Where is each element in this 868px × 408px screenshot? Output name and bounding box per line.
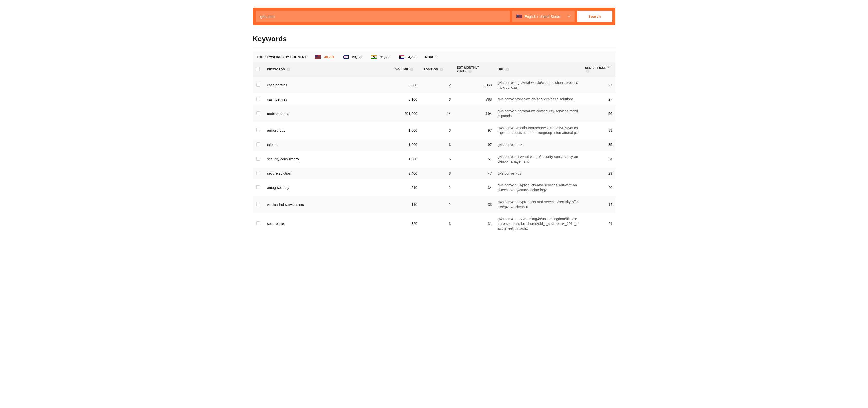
row-checkbox[interactable] (256, 142, 260, 146)
table-row: secure trax320331g4s.com/en-us/-/media/g… (253, 213, 615, 235)
language-label: English / United States (524, 14, 561, 19)
help-icon[interactable]: ? (287, 68, 290, 71)
cell-position: 3 (421, 213, 454, 235)
cell-difficulty: 27 (582, 93, 615, 105)
chevron-down-icon (568, 15, 570, 18)
cell-url: g4s.com/en-gb/what-we-do/cash-solutions/… (495, 76, 582, 93)
col-url[interactable]: URL ? (495, 62, 582, 76)
cell-url: g4s.com/en-us/-/media/g4s/unitedkingdom/… (495, 213, 582, 235)
cell-url: g4s.com/en/what-we-do/services/cash-solu… (495, 93, 582, 105)
country-tab-us[interactable]: 48,701 (315, 55, 334, 59)
table-row: armorgroup1,000397g4s.com/en/media-centr… (253, 122, 615, 139)
table-row: infomz1,000397g4s.com/en-mz35 (253, 139, 615, 151)
domain-input[interactable] (256, 11, 510, 22)
country-tab-za[interactable]: 4,783 (399, 55, 416, 59)
country-count: 48,701 (324, 55, 334, 59)
col-volume-label: VOLUME (395, 68, 408, 71)
cell-position: 2 (421, 76, 454, 93)
cell-keyword: wackenhut services inc (264, 196, 392, 213)
cell-position: 3 (421, 139, 454, 151)
cell-difficulty: 21 (582, 213, 615, 235)
flag-gb-icon (343, 55, 349, 59)
country-tab-in[interactable]: 11,665 (371, 55, 391, 59)
cell-difficulty: 56 (582, 105, 615, 122)
cell-difficulty: 14 (582, 196, 615, 213)
table-row: cash centres6,60021,069g4s.com/en-gb/wha… (253, 76, 615, 93)
col-visits[interactable]: EST. MONTHLY VISITS ? (454, 62, 495, 76)
table-row: amag security210234g4s.com/en-us/product… (253, 179, 615, 196)
cell-keyword: security consultancy (264, 151, 392, 168)
select-all-checkbox[interactable] (256, 67, 260, 71)
row-checkbox[interactable] (256, 111, 260, 115)
col-position-label: POSITION (424, 68, 438, 71)
row-checkbox[interactable] (256, 97, 260, 101)
help-icon[interactable]: ? (586, 69, 589, 73)
help-icon[interactable]: ? (440, 68, 443, 71)
cell-difficulty: 35 (582, 139, 615, 151)
cell-difficulty: 34 (582, 151, 615, 168)
cell-keyword: armorgroup (264, 122, 392, 139)
row-checkbox[interactable] (256, 202, 260, 206)
country-tab-gb[interactable]: 23,122 (343, 55, 362, 59)
more-countries-button[interactable]: MORE (425, 55, 438, 59)
flag-in-icon (371, 55, 377, 59)
row-checkbox[interactable] (256, 157, 260, 161)
search-bar: English / United States Search (253, 8, 615, 25)
col-volume[interactable]: VOLUME ? (392, 62, 421, 76)
help-icon[interactable]: ? (506, 68, 509, 71)
row-checkbox[interactable] (256, 171, 260, 175)
cell-url: g4s.com/en-us (495, 168, 582, 179)
cell-volume: 2,400 (392, 168, 421, 179)
cell-volume: 320 (392, 213, 421, 235)
cell-difficulty: 27 (582, 76, 615, 93)
cell-position: 3 (421, 93, 454, 105)
col-position[interactable]: POSITION ? (421, 62, 454, 76)
table-row: security consultancy1,900664g4s.com/en-i… (253, 151, 615, 168)
row-checkbox[interactable] (256, 128, 260, 132)
help-icon[interactable]: ? (468, 70, 472, 73)
country-count: 11,665 (380, 55, 391, 59)
help-icon[interactable]: ? (410, 68, 413, 71)
cell-url: g4s.com/en-us/products-and-services/soft… (495, 179, 582, 196)
cell-visits: 34 (454, 179, 495, 196)
cell-volume: 6,600 (392, 76, 421, 93)
cell-volume: 1,900 (392, 151, 421, 168)
col-keywords[interactable]: KEYWORDS ? (264, 62, 392, 76)
cell-difficulty: 33 (582, 122, 615, 139)
table-row: cash centres8,1003788g4s.com/en/what-we-… (253, 93, 615, 105)
chevron-down-icon (436, 56, 438, 58)
cell-volume: 1,000 (392, 122, 421, 139)
cell-url: g4s.com/en-in/what-we-do/security-consul… (495, 151, 582, 168)
cell-visits: 788 (454, 93, 495, 105)
cell-volume: 1,000 (392, 139, 421, 151)
cell-difficulty: 20 (582, 179, 615, 196)
country-count: 23,122 (352, 55, 362, 59)
table-row: secure solution2,400847g4s.com/en-us29 (253, 168, 615, 179)
col-url-label: URL (498, 68, 504, 71)
row-checkbox[interactable] (256, 221, 260, 225)
language-select[interactable]: English / United States (512, 11, 575, 22)
cell-volume: 110 (392, 196, 421, 213)
cell-keyword: secure trax (264, 213, 392, 235)
col-select-all (253, 62, 264, 76)
cell-visits: 31 (454, 213, 495, 235)
cell-url: g4s.com/en-gb/what-we-do/security-servic… (495, 105, 582, 122)
col-visits-label-1: EST. MONTHLY (457, 66, 479, 69)
cell-keyword: cash centres (264, 76, 392, 93)
table-row: wackenhut services inc110133g4s.com/en-u… (253, 196, 615, 213)
cell-url: g4s.com/en-us/products-and-services/secu… (495, 196, 582, 213)
cell-position: 14 (421, 105, 454, 122)
search-button[interactable]: Search (577, 11, 612, 22)
row-checkbox[interactable] (256, 83, 260, 87)
cell-visits: 97 (454, 139, 495, 151)
cell-keyword: amag security (264, 179, 392, 196)
col-visits-label-2: VISITS (457, 69, 466, 72)
table-row: mobile patrols201,00014194g4s.com/en-gb/… (253, 105, 615, 122)
cell-visits: 194 (454, 105, 495, 122)
flag-us-icon (315, 55, 320, 59)
col-difficulty[interactable]: SEO DIFFICULTY ? (582, 62, 615, 76)
row-checkbox[interactable] (256, 185, 260, 189)
cell-keyword: infomz (264, 139, 392, 151)
country-tabs: TOP KEYWORDS BY COUNTRY 48,70123,12211,6… (253, 52, 615, 62)
page-title: Keywords (253, 35, 615, 43)
